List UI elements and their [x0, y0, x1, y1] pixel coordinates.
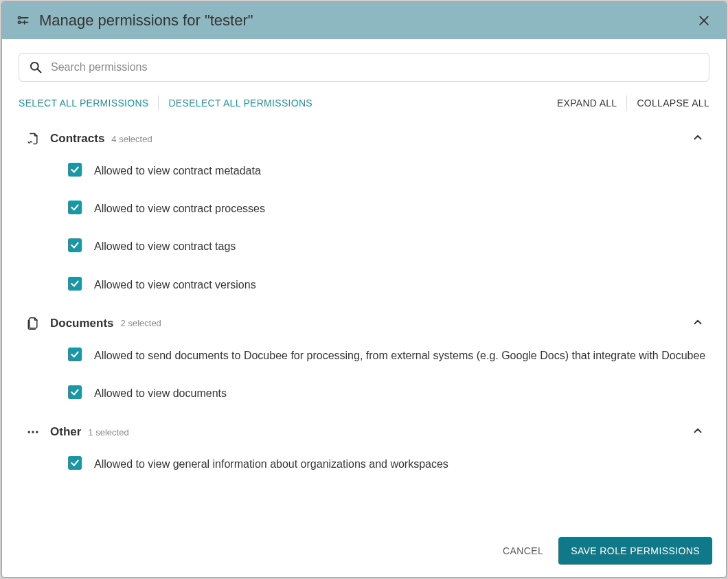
permission-group-contracts: Contracts 4 selected Allowed to view con… [19, 128, 709, 293]
expand-all-button[interactable]: EXPAND ALL [557, 98, 617, 109]
collapse-all-button[interactable]: COLLAPSE ALL [637, 98, 709, 109]
search-icon [29, 60, 43, 74]
checkbox[interactable] [68, 201, 82, 214]
group-header[interactable]: Documents 2 selected [19, 313, 709, 338]
checkbox[interactable] [68, 348, 82, 361]
group-count: 1 selected [88, 427, 128, 438]
group-header[interactable]: Contracts 4 selected [19, 128, 709, 153]
permission-label: Allowed to view contract processes [94, 201, 265, 216]
cancel-button[interactable]: CANCEL [500, 540, 546, 562]
permission-item: Allowed to view documents [68, 385, 709, 401]
group-title: Documents [50, 317, 114, 330]
save-button[interactable]: SAVE ROLE PERMISSIONS [558, 537, 712, 565]
modal-title: Manage permissions for "tester" [39, 12, 696, 30]
chevron-up-icon [692, 424, 704, 440]
checkbox[interactable] [68, 238, 82, 252]
modal-header: Manage permissions for "tester" [2, 2, 726, 39]
permissions-icon [16, 13, 31, 28]
permission-label: Allowed to view contract tags [94, 238, 236, 254]
permission-item: Allowed to view contract metadata [68, 163, 709, 179]
svg-point-2 [19, 21, 21, 23]
search-input[interactable] [51, 61, 699, 73]
close-button[interactable] [696, 12, 712, 29]
permission-group-other: Other 1 selected Allowed to view general… [19, 422, 709, 472]
permission-label: Allowed to view general information abou… [94, 456, 448, 472]
chevron-up-icon [692, 131, 704, 146]
contract-icon [25, 131, 41, 146]
svg-line-9 [38, 69, 41, 73]
permission-item: Allowed to view contract processes [68, 201, 709, 216]
checkbox[interactable] [68, 456, 82, 470]
modal-body: SELECT ALL PERMISSIONS DESELECT ALL PERM… [2, 39, 726, 527]
permission-list: Allowed to view contract metadata Allowe… [19, 153, 709, 293]
select-all-button[interactable]: SELECT ALL PERMISSIONS [19, 98, 148, 109]
documents-icon [25, 316, 41, 331]
svg-point-10 [28, 431, 30, 433]
svg-point-12 [36, 431, 38, 433]
permission-label: Allowed to view contract versions [94, 277, 256, 293]
checkbox[interactable] [68, 385, 82, 399]
toolbar: SELECT ALL PERMISSIONS DESELECT ALL PERM… [19, 95, 709, 111]
manage-permissions-modal: Manage permissions for "tester" SELECT A… [1, 1, 727, 578]
group-count: 2 selected [121, 318, 161, 328]
permission-label: Allowed to send documents to Docubee for… [94, 348, 705, 363]
permission-group-documents: Documents 2 selected Allowed to send doc… [19, 313, 709, 401]
search-field-wrap[interactable] [19, 53, 709, 82]
permission-label: Allowed to view documents [94, 385, 227, 401]
permission-list: Allowed to send documents to Docubee for… [19, 338, 709, 401]
permission-item: Allowed to view contract tags [68, 238, 709, 254]
other-icon [25, 424, 41, 440]
permission-list: Allowed to view general information abou… [19, 446, 709, 472]
divider [626, 95, 627, 111]
checkbox[interactable] [68, 277, 82, 291]
modal-footer: CANCEL SAVE ROLE PERMISSIONS [2, 527, 726, 577]
group-count: 4 selected [111, 134, 152, 144]
group-header[interactable]: Other 1 selected [19, 422, 709, 446]
group-title: Contracts [50, 132, 104, 146]
permission-label: Allowed to view contract metadata [94, 163, 261, 179]
svg-point-11 [32, 431, 34, 433]
chevron-up-icon [692, 316, 704, 331]
divider [158, 95, 159, 111]
group-title: Other [50, 425, 81, 439]
checkbox[interactable] [68, 163, 82, 177]
deselect-all-button[interactable]: DESELECT ALL PERMISSIONS [168, 98, 312, 109]
permission-item: Allowed to send documents to Docubee for… [68, 348, 709, 363]
permission-item: Allowed to view general information abou… [68, 456, 709, 472]
permission-item: Allowed to view contract versions [68, 277, 709, 293]
svg-point-0 [19, 16, 21, 19]
